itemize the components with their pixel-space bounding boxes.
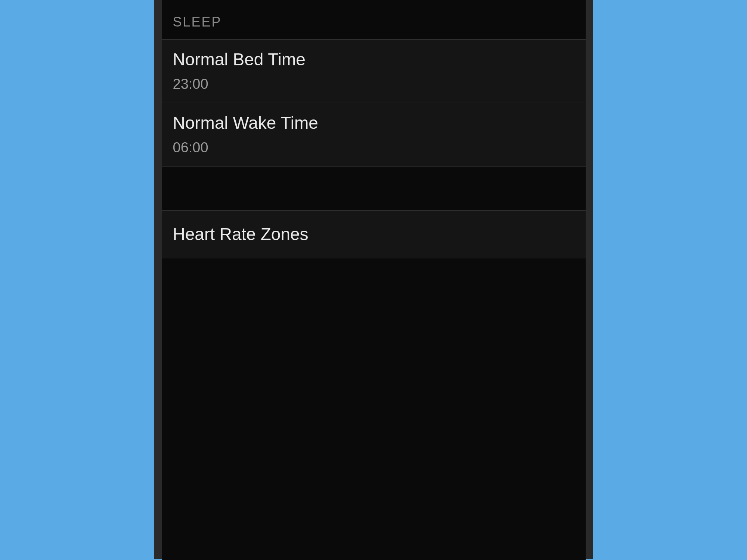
heart-rate-zones-label: Heart Rate Zones [173,223,574,246]
heart-rate-zones-row[interactable]: Heart Rate Zones [162,210,586,259]
wake-time-label: Normal Wake Time [173,112,574,134]
normal-bed-time-row[interactable]: Normal Bed Time 23:00 [162,39,586,103]
normal-wake-time-row[interactable]: Normal Wake Time 06:00 [162,103,586,167]
sleep-section-header: SLEEP [162,0,586,40]
empty-content-area [162,258,586,560]
bed-time-label: Normal Bed Time [173,49,574,71]
settings-screen: SLEEP Normal Bed Time 23:00 Normal Wake … [162,0,586,559]
device-frame: SLEEP Normal Bed Time 23:00 Normal Wake … [154,0,593,559]
wake-time-value: 06:00 [173,140,574,156]
bed-time-value: 23:00 [173,76,574,92]
section-separator [162,167,586,211]
